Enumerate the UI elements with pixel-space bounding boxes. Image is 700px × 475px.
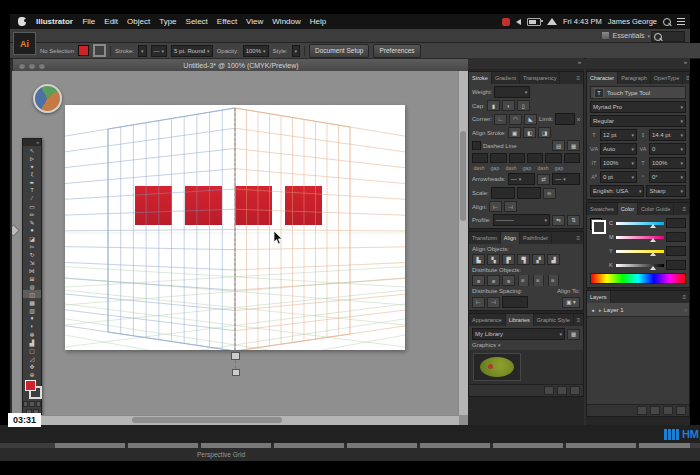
slider-thumb-icon[interactable] xyxy=(650,238,656,242)
artboard[interactable] xyxy=(65,105,405,350)
delete-asset-icon[interactable] xyxy=(570,386,580,395)
menu-item[interactable]: Object xyxy=(123,17,155,26)
red-square[interactable] xyxy=(185,186,222,225)
preserve-dash-button[interactable]: ▤ xyxy=(552,140,565,151)
channel-slider[interactable] xyxy=(616,264,664,267)
tool-zoom[interactable]: ⊕ xyxy=(23,370,41,378)
distribute-btn-vertical-distribute-center[interactable]: ≡ xyxy=(487,275,500,286)
section-collapse-icon[interactable]: ▾ xyxy=(498,342,501,348)
document-setup-button[interactable]: Document Setup xyxy=(309,44,369,58)
grid-ground-handle[interactable] xyxy=(231,352,240,360)
tool-gradient[interactable]: ▥ xyxy=(23,306,41,314)
tab[interactable]: Align xyxy=(501,232,520,244)
swap-arrowheads-icon[interactable]: ⇄ xyxy=(537,174,550,185)
slider-thumb-icon[interactable] xyxy=(650,224,656,228)
font-size-field[interactable]: 12 pt▾ xyxy=(600,129,637,141)
stroke-color-well[interactable] xyxy=(592,220,606,234)
arrow-scale-start-field[interactable] xyxy=(491,187,515,199)
tool-scissors[interactable]: ✂ xyxy=(23,242,41,250)
grid-extent-handle[interactable] xyxy=(232,369,240,376)
tool-mesh[interactable]: ▦ xyxy=(23,298,41,306)
gradient-mode-button[interactable] xyxy=(29,401,34,407)
visibility-eye-icon[interactable]: ● xyxy=(589,307,597,313)
slider-thumb-icon[interactable] xyxy=(650,252,656,256)
tool-pen[interactable]: ✒ xyxy=(23,178,41,186)
baseline-shift-field[interactable]: 0 pt▾ xyxy=(600,171,637,183)
tools-panel-header[interactable]: » xyxy=(23,139,41,146)
menu-item[interactable]: Help xyxy=(305,17,330,26)
minimize-window-button[interactable] xyxy=(29,63,35,69)
channel-value-field[interactable] xyxy=(666,260,686,270)
battery-icon[interactable] xyxy=(527,18,541,26)
tool-symbol-sprayer[interactable]: ✻ xyxy=(23,330,41,338)
stroke-weight-dropdown[interactable]: ▾ xyxy=(138,45,147,57)
distribute-btn-vertical-distribute-top[interactable]: ≡ xyxy=(472,275,485,286)
arrow-tip-align-button[interactable]: ⊢ xyxy=(489,201,502,212)
tool-line-segment[interactable]: ∕ xyxy=(23,194,41,202)
tab[interactable]: Color xyxy=(618,203,638,215)
panel-menu-icon[interactable]: ≡ xyxy=(574,314,583,326)
horizontal-distribute-space-button[interactable]: ⊣ xyxy=(487,297,500,308)
opacity-dropdown[interactable]: 100%▾ xyxy=(243,45,269,57)
workspace-switcher[interactable]: Essentials ▾ xyxy=(601,31,650,40)
make-mask-icon[interactable] xyxy=(637,406,647,415)
leading-field[interactable]: 14.4 pt▾ xyxy=(649,129,686,141)
arrowhead-end-dropdown[interactable]: —▾ xyxy=(552,173,580,185)
brush-preset-dropdown[interactable]: 5 pt. Round▾ xyxy=(171,45,213,57)
tab[interactable]: Swatches xyxy=(587,203,618,215)
tool-type[interactable]: T xyxy=(23,186,41,194)
tool-rotate[interactable]: ↻ xyxy=(23,250,41,258)
stroke-weight-field[interactable]: ▾ xyxy=(494,86,530,98)
perspective-plane-switcher-widget[interactable] xyxy=(33,84,62,113)
projecting-cap-button[interactable]: ▯ xyxy=(517,100,530,111)
menu-item[interactable]: View xyxy=(242,17,268,26)
tab[interactable]: Color Guide xyxy=(638,203,674,215)
tool-column-graph[interactable]: ▟ xyxy=(23,338,41,346)
align-btn-vertical-align-top[interactable]: ▜ xyxy=(517,254,530,265)
panel-menu-icon[interactable]: ≡ xyxy=(679,203,689,215)
dash-field[interactable] xyxy=(472,153,488,163)
distribute-btn-horizontal-distribute-right[interactable]: ≡ xyxy=(548,275,559,286)
tool-perspective-grid[interactable]: ◫ xyxy=(23,290,41,298)
none-mode-button[interactable] xyxy=(36,401,41,407)
add-asset-icon[interactable] xyxy=(544,386,554,395)
tool-hand[interactable]: ✥ xyxy=(23,362,41,370)
tool-width[interactable]: ⋈ xyxy=(23,266,41,274)
apple-menu-icon[interactable] xyxy=(18,17,26,26)
align-btn-vertical-align-center[interactable]: ▞ xyxy=(532,254,545,265)
canvas-pasteboard[interactable]: » ↖⊳✦ξ✒T∕▭✏✎●◪✂↻⇲⋈⊞◍◫▦▥♦◐✻▟▢◿✥⊕ xyxy=(12,71,468,425)
tool-scale[interactable]: ⇲ xyxy=(23,258,41,266)
color-mode-button[interactable] xyxy=(23,401,28,407)
menu-item[interactable]: Effect xyxy=(212,17,241,26)
tool-slice[interactable]: ◿ xyxy=(23,354,41,362)
distribute-btn-horizontal-distribute-center[interactable]: ≡ xyxy=(533,275,544,286)
menu-item[interactable]: File xyxy=(78,17,100,26)
stroke-swatch[interactable] xyxy=(93,44,106,57)
tool-magic-wand[interactable]: ✦ xyxy=(23,162,41,170)
library-asset-thumbnail[interactable] xyxy=(473,353,521,381)
tool-rectangle[interactable]: ▭ xyxy=(23,202,41,210)
menu-item[interactable]: Select xyxy=(181,17,212,26)
volume-icon[interactable] xyxy=(516,19,521,25)
fill-stroke-indicator[interactable] xyxy=(590,218,606,234)
delete-layer-icon[interactable] xyxy=(676,406,686,415)
butt-cap-button[interactable]: ▮ xyxy=(487,100,500,111)
align-dash-button[interactable]: ▦ xyxy=(567,140,580,151)
tab[interactable]: Gradient xyxy=(492,72,520,84)
tab[interactable]: Transparency xyxy=(520,72,560,84)
align-btn-vertical-align-bottom[interactable]: ▟ xyxy=(547,254,560,265)
channel-slider[interactable] xyxy=(616,222,664,225)
align-stroke-inside-button[interactable]: ◧ xyxy=(523,127,536,138)
red-square[interactable] xyxy=(285,186,322,225)
left-vanishing-point-handle[interactable] xyxy=(12,224,20,237)
language-dropdown[interactable]: English: USA▾ xyxy=(590,185,644,197)
spotlight-icon[interactable] xyxy=(663,18,671,26)
wifi-icon[interactable] xyxy=(547,18,557,25)
tool-blob-brush[interactable]: ● xyxy=(23,226,41,234)
align-to-dropdown[interactable]: ▣ ▾ xyxy=(562,297,580,308)
vertical-scrollbar[interactable] xyxy=(458,71,468,415)
gap-field[interactable] xyxy=(527,153,543,163)
align-stroke-center-button[interactable]: ▣ xyxy=(508,127,521,138)
fill-swatch[interactable] xyxy=(78,45,89,56)
preferences-button[interactable]: Preferences xyxy=(373,44,420,58)
